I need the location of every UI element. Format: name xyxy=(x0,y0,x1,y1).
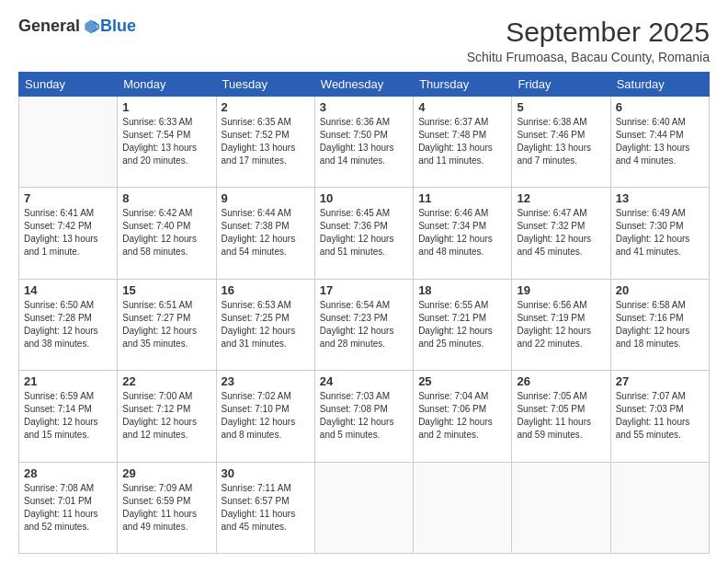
header-tuesday: Tuesday xyxy=(216,73,314,97)
day-info: Sunrise: 6:55 AM Sunset: 7:21 PM Dayligh… xyxy=(418,299,506,350)
table-row xyxy=(414,462,512,553)
day-info: Sunrise: 6:53 AM Sunset: 7:25 PM Dayligh… xyxy=(222,299,310,350)
day-number: 22 xyxy=(122,374,210,388)
day-info: Sunrise: 7:02 AM Sunset: 7:10 PM Dayligh… xyxy=(222,390,310,442)
day-info: Sunrise: 7:07 AM Sunset: 7:03 PM Dayligh… xyxy=(616,390,704,442)
header-friday: Friday xyxy=(512,73,610,97)
calendar-table: Sunday Monday Tuesday Wednesday Thursday… xyxy=(18,72,710,554)
title-block: September 2025 Schitu Frumoasa, Bacau Co… xyxy=(467,17,710,64)
logo: General Blue xyxy=(18,17,136,36)
table-row: 4Sunrise: 6:37 AM Sunset: 7:48 PM Daylig… xyxy=(414,97,512,188)
day-info: Sunrise: 6:36 AM Sunset: 7:50 PM Dayligh… xyxy=(320,116,408,167)
table-row: 9Sunrise: 6:44 AM Sunset: 7:38 PM Daylig… xyxy=(216,188,314,279)
table-row: 15Sunrise: 6:51 AM Sunset: 7:27 PM Dayli… xyxy=(118,279,216,370)
table-row: 23Sunrise: 7:02 AM Sunset: 7:10 PM Dayli… xyxy=(216,371,314,462)
day-info: Sunrise: 7:09 AM Sunset: 6:59 PM Dayligh… xyxy=(122,482,210,534)
day-number: 11 xyxy=(418,191,506,205)
table-row: 6Sunrise: 6:40 AM Sunset: 7:44 PM Daylig… xyxy=(610,97,709,188)
month-title: September 2025 xyxy=(467,17,710,48)
calendar-week-row: 1Sunrise: 6:33 AM Sunset: 7:54 PM Daylig… xyxy=(19,97,710,188)
table-row: 14Sunrise: 6:50 AM Sunset: 7:28 PM Dayli… xyxy=(19,279,118,370)
calendar-header-row: Sunday Monday Tuesday Wednesday Thursday… xyxy=(19,73,710,97)
logo-icon xyxy=(82,17,100,36)
day-info: Sunrise: 6:50 AM Sunset: 7:28 PM Dayligh… xyxy=(24,299,112,350)
header-thursday: Thursday xyxy=(414,73,512,97)
day-number: 12 xyxy=(517,191,605,205)
table-row: 27Sunrise: 7:07 AM Sunset: 7:03 PM Dayli… xyxy=(610,371,709,462)
day-info: Sunrise: 6:45 AM Sunset: 7:36 PM Dayligh… xyxy=(320,207,408,259)
day-number: 21 xyxy=(24,374,112,388)
day-number: 9 xyxy=(222,191,310,205)
day-number: 15 xyxy=(122,283,210,297)
day-info: Sunrise: 7:05 AM Sunset: 7:05 PM Dayligh… xyxy=(517,390,605,442)
table-row: 10Sunrise: 6:45 AM Sunset: 7:36 PM Dayli… xyxy=(314,188,413,279)
day-info: Sunrise: 6:51 AM Sunset: 7:27 PM Dayligh… xyxy=(122,299,210,350)
day-number: 20 xyxy=(616,283,704,297)
day-number: 27 xyxy=(616,374,704,388)
day-info: Sunrise: 6:41 AM Sunset: 7:42 PM Dayligh… xyxy=(24,207,112,259)
table-row: 24Sunrise: 7:03 AM Sunset: 7:08 PM Dayli… xyxy=(314,371,413,462)
day-number: 1 xyxy=(122,100,210,114)
day-number: 5 xyxy=(517,100,605,114)
day-number: 29 xyxy=(122,466,210,480)
day-info: Sunrise: 6:44 AM Sunset: 7:38 PM Dayligh… xyxy=(222,207,310,259)
table-row: 16Sunrise: 6:53 AM Sunset: 7:25 PM Dayli… xyxy=(216,279,314,370)
day-info: Sunrise: 6:47 AM Sunset: 7:32 PM Dayligh… xyxy=(517,207,605,259)
table-row: 26Sunrise: 7:05 AM Sunset: 7:05 PM Dayli… xyxy=(512,371,610,462)
day-number: 13 xyxy=(616,191,704,205)
calendar-week-row: 21Sunrise: 6:59 AM Sunset: 7:14 PM Dayli… xyxy=(19,371,710,462)
day-info: Sunrise: 6:42 AM Sunset: 7:40 PM Dayligh… xyxy=(122,207,210,259)
table-row: 30Sunrise: 7:11 AM Sunset: 6:57 PM Dayli… xyxy=(216,462,314,553)
day-info: Sunrise: 7:08 AM Sunset: 7:01 PM Dayligh… xyxy=(24,482,112,534)
day-info: Sunrise: 6:35 AM Sunset: 7:52 PM Dayligh… xyxy=(222,116,310,167)
day-info: Sunrise: 6:46 AM Sunset: 7:34 PM Dayligh… xyxy=(418,207,506,259)
day-info: Sunrise: 6:40 AM Sunset: 7:44 PM Dayligh… xyxy=(616,116,704,167)
table-row: 12Sunrise: 6:47 AM Sunset: 7:32 PM Dayli… xyxy=(512,188,610,279)
table-row: 1Sunrise: 6:33 AM Sunset: 7:54 PM Daylig… xyxy=(118,97,216,188)
day-number: 25 xyxy=(418,374,506,388)
day-info: Sunrise: 7:11 AM Sunset: 6:57 PM Dayligh… xyxy=(222,482,310,534)
table-row: 8Sunrise: 6:42 AM Sunset: 7:40 PM Daylig… xyxy=(118,188,216,279)
table-row: 3Sunrise: 6:36 AM Sunset: 7:50 PM Daylig… xyxy=(314,97,413,188)
table-row: 18Sunrise: 6:55 AM Sunset: 7:21 PM Dayli… xyxy=(414,279,512,370)
table-row: 20Sunrise: 6:58 AM Sunset: 7:16 PM Dayli… xyxy=(610,279,709,370)
day-number: 4 xyxy=(418,100,506,114)
header-monday: Monday xyxy=(118,73,216,97)
day-number: 23 xyxy=(222,374,310,388)
day-number: 3 xyxy=(320,100,408,114)
day-info: Sunrise: 6:49 AM Sunset: 7:30 PM Dayligh… xyxy=(616,207,704,259)
day-info: Sunrise: 6:33 AM Sunset: 7:54 PM Dayligh… xyxy=(122,116,210,167)
day-number: 24 xyxy=(320,374,408,388)
page-header: General Blue September 2025 Schitu Frumo… xyxy=(18,17,710,64)
table-row: 22Sunrise: 7:00 AM Sunset: 7:12 PM Dayli… xyxy=(118,371,216,462)
day-info: Sunrise: 6:54 AM Sunset: 7:23 PM Dayligh… xyxy=(320,299,408,350)
day-number: 2 xyxy=(222,100,310,114)
day-info: Sunrise: 7:00 AM Sunset: 7:12 PM Dayligh… xyxy=(122,390,210,442)
day-info: Sunrise: 7:03 AM Sunset: 7:08 PM Dayligh… xyxy=(320,390,408,442)
header-wednesday: Wednesday xyxy=(314,73,413,97)
table-row xyxy=(314,462,413,553)
day-number: 7 xyxy=(24,191,112,205)
table-row: 7Sunrise: 6:41 AM Sunset: 7:42 PM Daylig… xyxy=(19,188,118,279)
logo-general-text: General xyxy=(18,17,80,36)
day-number: 6 xyxy=(616,100,704,114)
day-number: 19 xyxy=(517,283,605,297)
table-row: 11Sunrise: 6:46 AM Sunset: 7:34 PM Dayli… xyxy=(414,188,512,279)
location-subtitle: Schitu Frumoasa, Bacau County, Romania xyxy=(467,50,710,64)
header-saturday: Saturday xyxy=(610,73,709,97)
calendar-week-row: 14Sunrise: 6:50 AM Sunset: 7:28 PM Dayli… xyxy=(19,279,710,370)
day-number: 30 xyxy=(222,466,310,480)
day-number: 26 xyxy=(517,374,605,388)
day-info: Sunrise: 7:04 AM Sunset: 7:06 PM Dayligh… xyxy=(418,390,506,442)
table-row: 19Sunrise: 6:56 AM Sunset: 7:19 PM Dayli… xyxy=(512,279,610,370)
logo-blue-text: Blue xyxy=(100,17,136,36)
day-number: 28 xyxy=(24,466,112,480)
day-info: Sunrise: 6:59 AM Sunset: 7:14 PM Dayligh… xyxy=(24,390,112,442)
calendar-week-row: 7Sunrise: 6:41 AM Sunset: 7:42 PM Daylig… xyxy=(19,188,710,279)
day-info: Sunrise: 6:37 AM Sunset: 7:48 PM Dayligh… xyxy=(418,116,506,167)
table-row: 28Sunrise: 7:08 AM Sunset: 7:01 PM Dayli… xyxy=(19,462,118,553)
table-row xyxy=(512,462,610,553)
day-number: 17 xyxy=(320,283,408,297)
day-info: Sunrise: 6:38 AM Sunset: 7:46 PM Dayligh… xyxy=(517,116,605,167)
day-info: Sunrise: 6:56 AM Sunset: 7:19 PM Dayligh… xyxy=(517,299,605,350)
